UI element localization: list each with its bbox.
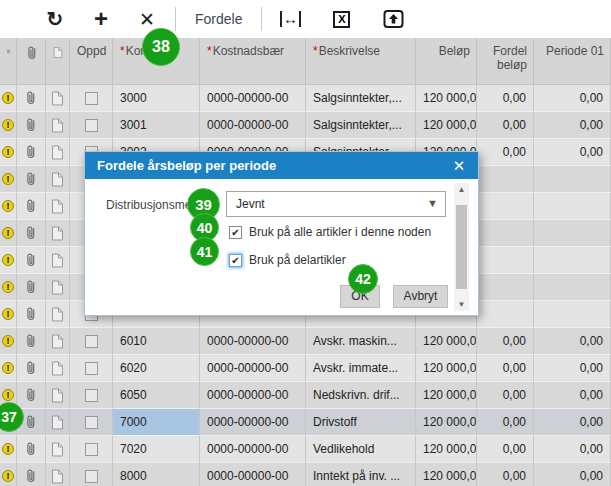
- cell-fordel-belop[interactable]: 0,00: [477, 112, 534, 139]
- cell-periode-01[interactable]: 0,00: [534, 139, 611, 166]
- fit-width-icon[interactable]: ↔: [280, 11, 301, 27]
- paperclip-icon[interactable]: [17, 436, 46, 463]
- paperclip-icon[interactable]: [17, 85, 46, 112]
- paperclip-icon[interactable]: [17, 112, 46, 139]
- column-header-belop[interactable]: Beløp: [416, 38, 477, 85]
- dialog-titlebar[interactable]: Fordele årsbeløp per periode ✕: [85, 152, 478, 179]
- cell-konto[interactable]: 3001: [113, 112, 200, 139]
- note-icon[interactable]: [46, 220, 70, 247]
- cell-periode-01[interactable]: 0,00: [534, 112, 611, 139]
- cell-periode-01[interactable]: 0,00: [534, 382, 611, 409]
- cell-periode-01[interactable]: [534, 166, 611, 193]
- cell-kostnadsbaerer[interactable]: 0000-00000-00: [200, 85, 306, 112]
- row-checkbox[interactable]: [85, 443, 98, 456]
- cell-belop[interactable]: 120 000,00: [416, 409, 477, 436]
- cell-fordel-belop[interactable]: 0,00: [477, 436, 534, 463]
- cell-belop[interactable]: 120 000,00: [416, 112, 477, 139]
- cell-konto[interactable]: 7000: [113, 409, 200, 436]
- row-checkbox[interactable]: [85, 92, 98, 105]
- column-header-oppd[interactable]: Oppd: [70, 38, 113, 85]
- cell-beskrivelse[interactable]: Nedskrivn. drif...: [306, 382, 416, 409]
- paperclip-icon[interactable]: [17, 274, 46, 301]
- cell-belop[interactable]: 120 000,00: [416, 436, 477, 463]
- cell-fordel-belop[interactable]: [477, 220, 534, 247]
- paperclip-icon[interactable]: [17, 139, 46, 166]
- paperclip-icon[interactable]: [17, 193, 46, 220]
- row-checkbox[interactable]: [85, 416, 98, 429]
- cell-periode-01[interactable]: 0,00: [534, 355, 611, 382]
- header-note-icon[interactable]: [46, 38, 70, 85]
- note-icon[interactable]: [46, 409, 70, 436]
- paperclip-icon[interactable]: [17, 463, 46, 486]
- note-icon[interactable]: [46, 301, 70, 328]
- cell-konto[interactable]: 8000: [113, 463, 200, 486]
- cell-fordel-belop[interactable]: 0,00: [477, 85, 534, 112]
- note-icon[interactable]: [46, 382, 70, 409]
- column-header-kostnad[interactable]: *Kostnadsbær: [200, 38, 306, 85]
- cell-fordel-belop[interactable]: [477, 193, 534, 220]
- cell-beskrivelse[interactable]: Vedlikehold: [306, 436, 416, 463]
- cell-kostnadsbaerer[interactable]: 0000-00000-00: [200, 112, 306, 139]
- cell-konto[interactable]: 3000: [113, 85, 200, 112]
- cell-beskrivelse[interactable]: Salgsinntekter,...: [306, 112, 416, 139]
- scroll-up-icon[interactable]: ▲: [458, 183, 466, 196]
- cell-periode-01[interactable]: [534, 220, 611, 247]
- cell-belop[interactable]: 120 000,00: [416, 382, 477, 409]
- header-paperclip-icon[interactable]: [17, 38, 46, 85]
- cell-fordel-belop[interactable]: 0,00: [477, 328, 534, 355]
- note-icon[interactable]: [46, 85, 70, 112]
- cell-fordel-belop[interactable]: [477, 166, 534, 193]
- paperclip-icon[interactable]: [17, 247, 46, 274]
- apply-all-articles-checkbox[interactable]: ✔: [229, 226, 242, 239]
- note-icon[interactable]: [46, 463, 70, 486]
- cell-kostnadsbaerer[interactable]: 0000-00000-00: [200, 355, 306, 382]
- cell-periode-01[interactable]: [534, 247, 611, 274]
- cell-beskrivelse[interactable]: Avskr. maskin...: [306, 328, 416, 355]
- cell-belop[interactable]: 120 000,00: [416, 85, 477, 112]
- paperclip-icon[interactable]: [17, 301, 46, 328]
- note-icon[interactable]: [46, 112, 70, 139]
- header-row-selector-icon[interactable]: [0, 38, 17, 85]
- cell-periode-01[interactable]: 0,00: [534, 85, 611, 112]
- cell-konto[interactable]: 6010: [113, 328, 200, 355]
- cell-konto[interactable]: 7020: [113, 436, 200, 463]
- paperclip-icon[interactable]: [17, 166, 46, 193]
- cell-periode-01[interactable]: 0,00: [534, 328, 611, 355]
- cell-kostnadsbaerer[interactable]: 0000-00000-00: [200, 436, 306, 463]
- add-row-icon[interactable]: +: [86, 4, 116, 34]
- column-header-fordel[interactable]: Fordel beløp: [477, 38, 534, 85]
- column-header-periode[interactable]: Periode 01: [534, 38, 611, 85]
- row-checkbox[interactable]: [85, 470, 98, 483]
- cell-fordel-belop[interactable]: 0,00: [477, 382, 534, 409]
- note-icon[interactable]: [46, 247, 70, 274]
- row-checkbox[interactable]: [85, 362, 98, 375]
- cell-fordel-belop[interactable]: 0,00: [477, 139, 534, 166]
- scrollbar-track[interactable]: [454, 196, 469, 298]
- cell-beskrivelse[interactable]: Drivstoff: [306, 409, 416, 436]
- note-icon[interactable]: [46, 355, 70, 382]
- cell-beskrivelse[interactable]: Salgsinntekter,...: [306, 85, 416, 112]
- cell-kostnadsbaerer[interactable]: 0000-00000-00: [200, 382, 306, 409]
- cell-fordel-belop[interactable]: [477, 274, 534, 301]
- row-checkbox[interactable]: [85, 119, 98, 132]
- cancel-button[interactable]: Avbryt: [393, 285, 448, 308]
- note-icon[interactable]: [46, 193, 70, 220]
- scrollbar-thumb[interactable]: [456, 205, 467, 289]
- dialog-close-icon[interactable]: ✕: [449, 156, 469, 176]
- cell-kostnadsbaerer[interactable]: 0000-00000-00: [200, 328, 306, 355]
- note-icon[interactable]: [46, 328, 70, 355]
- cell-fordel-belop[interactable]: 0,00: [477, 409, 534, 436]
- upload-icon[interactable]: [378, 4, 408, 34]
- cell-periode-01[interactable]: [534, 274, 611, 301]
- paperclip-icon[interactable]: [17, 220, 46, 247]
- note-icon[interactable]: [46, 166, 70, 193]
- export-excel-icon[interactable]: X: [333, 11, 350, 28]
- cell-beskrivelse[interactable]: Inntekt på inv. ...: [306, 463, 416, 486]
- row-checkbox[interactable]: [85, 335, 98, 348]
- cell-periode-01[interactable]: 0,00: [534, 463, 611, 486]
- cell-kostnadsbaerer[interactable]: 0000-00000-00: [200, 463, 306, 486]
- note-icon[interactable]: [46, 139, 70, 166]
- cell-belop[interactable]: 120 000,00: [416, 463, 477, 486]
- cell-fordel-belop[interactable]: [477, 247, 534, 274]
- column-header-beskrivelse[interactable]: *Beskrivelse: [306, 38, 416, 85]
